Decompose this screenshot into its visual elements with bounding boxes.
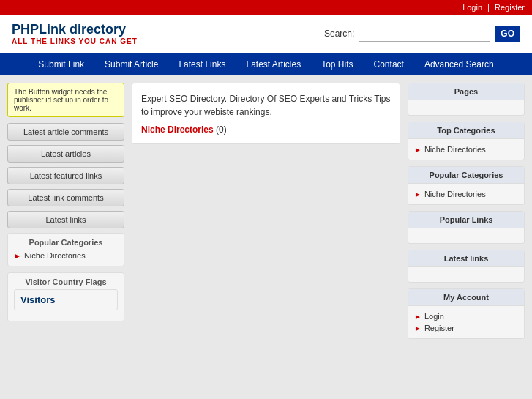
latest-links-section: Latest links <box>408 250 525 283</box>
main-content-box: Expert SEO Directory. Directory Of SEO E… <box>132 83 400 144</box>
widget-notice: The Button widget needs the publisher id… <box>7 83 124 117</box>
nav-item-contact[interactable]: Contact <box>364 53 414 75</box>
logo-title-text: PHPLink directory <box>12 22 126 37</box>
search-input[interactable] <box>359 26 490 42</box>
register-link[interactable]: Register <box>495 3 525 12</box>
popular-links-section: Popular Links <box>408 211 525 244</box>
niche-count: (0) <box>216 124 227 135</box>
right-item[interactable]: ►Login <box>414 310 518 322</box>
center-content: Expert SEO Directory. Directory Of SEO E… <box>132 83 400 345</box>
search-label: Search: <box>324 29 354 39</box>
nav-item-advanced-search[interactable]: Advanced Search <box>414 53 504 75</box>
arrow-icon: ► <box>414 146 422 154</box>
right-sidebar: PagesTop Categories►Niche DirectoriesPop… <box>408 83 525 345</box>
nav-item-submit-link[interactable]: Submit Link <box>28 53 94 75</box>
top-categories-section-body: ►Niche Directories <box>408 139 524 160</box>
my-account-section-body: ►Login►Register <box>408 306 524 338</box>
nav-item-submit-article[interactable]: Submit Article <box>94 53 168 75</box>
popular-categories-section-title: Popular Categories <box>408 167 524 184</box>
visitor-flags-title: Visitor Country Flags <box>14 277 118 286</box>
search-area: Search: GO <box>324 26 520 42</box>
latest-link-comments-button[interactable]: Latest link comments <box>7 189 124 206</box>
nav-item-latest-links[interactable]: Latest Links <box>168 53 236 75</box>
arrow-icon: ► <box>414 190 422 198</box>
right-item[interactable]: ►Register <box>414 322 518 334</box>
nav-item-top-hits[interactable]: Top Hits <box>311 53 363 75</box>
niche-directories-link[interactable]: Niche Directories <box>141 124 214 135</box>
popular-links-section-title: Popular Links <box>408 212 524 228</box>
left-popular-item[interactable]: ►Niche Directories <box>14 250 118 261</box>
popular-links-section-body <box>408 228 524 243</box>
latest-articles-btn-button[interactable]: Latest articles <box>7 145 124 163</box>
login-link[interactable]: Login <box>462 3 482 12</box>
my-account-section-title: My Account <box>408 289 524 306</box>
pages-section-title: Pages <box>408 83 524 100</box>
pages-section: Pages <box>408 83 525 116</box>
pages-section-body <box>408 100 524 115</box>
nav-item-latest-articles[interactable]: Latest Articles <box>236 53 311 75</box>
left-sidebar: The Button widget needs the publisher id… <box>7 83 124 345</box>
latest-links-section-title: Latest links <box>408 250 524 267</box>
arrow-icon: ► <box>14 252 21 260</box>
search-button[interactable]: GO <box>495 26 520 42</box>
niche-link-row: Niche Directories (0) <box>141 124 391 135</box>
left-popular-items: ►Niche Directories <box>14 250 118 261</box>
header: PHPLink directory ALL THE LINKS YOU CAN … <box>0 15 532 53</box>
separator: | <box>487 3 490 12</box>
top-categories-section: Top Categories►Niche Directories <box>408 122 525 160</box>
top-categories-section-title: Top Categories <box>408 122 524 139</box>
latest-article-comments-button[interactable]: Latest article comments <box>7 123 124 141</box>
visitor-flags-widget: Visitor Country Flags Visitors <box>7 272 124 321</box>
logo-subtitle: ALL THE LINKS YOU CAN GET <box>12 37 138 45</box>
top-bar: Login | Register <box>0 0 532 15</box>
popular-categories-widget: Popular Categories ►Niche Directories <box>7 233 124 266</box>
latest-links-btn-button[interactable]: Latest links <box>7 211 124 228</box>
logo-title: PHPLink directory <box>12 22 138 37</box>
right-item[interactable]: ►Niche Directories <box>414 143 518 155</box>
visitors-label: Visitors <box>14 289 118 310</box>
main-layout: The Button widget needs the publisher id… <box>0 75 532 352</box>
latest-links-section-body <box>408 267 524 282</box>
arrow-icon: ► <box>414 313 422 321</box>
left-buttons: Latest article commentsLatest articlesLa… <box>7 123 124 228</box>
my-account-section: My Account►Login►Register <box>408 288 525 339</box>
logo: PHPLink directory ALL THE LINKS YOU CAN … <box>12 22 138 45</box>
popular-categories-title: Popular Categories <box>14 238 118 247</box>
content-description: Expert SEO Directory. Directory Of SEO E… <box>141 92 391 119</box>
right-item[interactable]: ►Niche Directories <box>414 188 518 200</box>
popular-categories-section: Popular Categories►Niche Directories <box>408 166 525 205</box>
arrow-icon: ► <box>414 324 422 332</box>
popular-categories-section-body: ►Niche Directories <box>408 184 524 204</box>
latest-featured-links-button[interactable]: Latest featured links <box>7 167 124 184</box>
main-nav: Submit LinkSubmit ArticleLatest LinksLat… <box>0 53 532 75</box>
right-sections: PagesTop Categories►Niche DirectoriesPop… <box>408 83 525 339</box>
